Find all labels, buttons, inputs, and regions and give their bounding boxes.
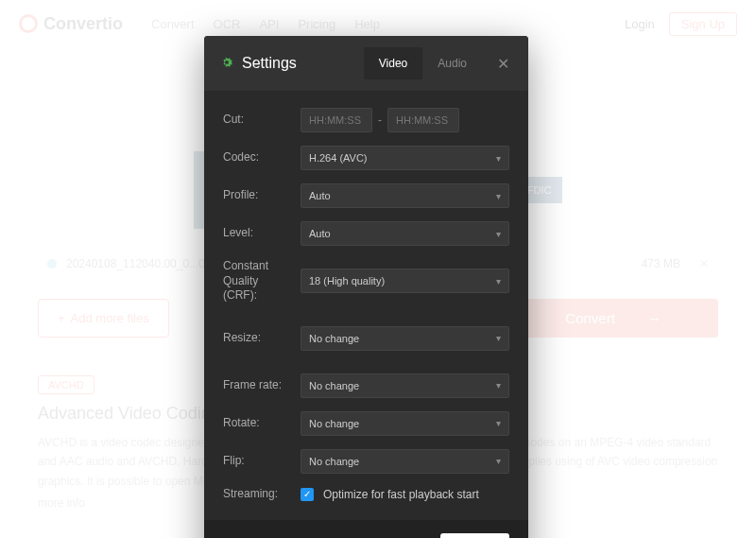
flip-value: No change <box>309 456 359 467</box>
crf-select[interactable]: 18 (High quality) ▾ <box>301 269 509 293</box>
crf-value: 18 (High quality) <box>309 275 385 286</box>
modal-title: Settings <box>242 55 297 72</box>
codec-select[interactable]: H.264 (AVC) ▾ <box>301 146 509 170</box>
level-row: Level: Auto ▾ <box>223 221 509 246</box>
flip-label: Flip: <box>223 454 291 469</box>
cut-label: Cut: <box>223 113 291 128</box>
chevron-down-icon: ▾ <box>496 380 501 390</box>
profile-value: Auto <box>309 190 331 201</box>
streaming-label: Streaming: <box>223 487 291 502</box>
framerate-label: Frame rate: <box>223 378 291 393</box>
chevron-down-icon: ▾ <box>496 153 501 164</box>
settings-modal: Settings Video Audio ✕ Cut: - Codec: H.2… <box>204 36 528 538</box>
crf-label: Constant Quality (CRF): <box>223 259 291 304</box>
modal-body: Cut: - Codec: H.264 (AVC) ▾ Profile: Aut… <box>204 91 528 520</box>
chevron-down-icon: ▾ <box>496 333 501 343</box>
chevron-down-icon: ▾ <box>496 229 501 239</box>
cut-separator: - <box>378 113 382 127</box>
streaming-checkbox[interactable]: ✓ <box>301 488 314 501</box>
close-icon[interactable]: ✕ <box>493 55 513 73</box>
modal-header: Settings Video Audio ✕ <box>204 36 528 91</box>
framerate-row: Frame rate: No change ▾ <box>223 373 509 398</box>
framerate-select[interactable]: No change ▾ <box>301 373 509 398</box>
tab-video[interactable]: Video <box>364 47 422 79</box>
modal-tabs: Video Audio <box>364 47 482 79</box>
resize-select[interactable]: No change ▾ <box>301 326 509 351</box>
cut-start-input[interactable] <box>301 108 372 132</box>
rotate-select[interactable]: No change ▾ <box>301 411 509 436</box>
profile-label: Profile: <box>223 188 291 203</box>
streaming-row: Streaming: ✓ Optimize for fast playback … <box>223 487 509 502</box>
resize-value: No change <box>309 333 359 344</box>
rotate-row: Rotate: No change ▾ <box>223 411 509 436</box>
chevron-down-icon: ▾ <box>496 191 501 201</box>
chevron-down-icon: ▾ <box>496 276 501 286</box>
profile-select[interactable]: Auto ▾ <box>301 183 509 208</box>
modal-footer: Apply to all conversions Ok <box>204 520 528 538</box>
gear-icon <box>219 55 234 73</box>
rotate-value: No change <box>309 418 359 429</box>
rotate-label: Rotate: <box>223 416 291 431</box>
flip-row: Flip: No change ▾ <box>223 449 509 474</box>
ok-button[interactable]: Ok <box>440 533 509 538</box>
profile-row: Profile: Auto ▾ <box>223 183 509 208</box>
cut-end-input[interactable] <box>387 108 459 132</box>
codec-value: H.264 (AVC) <box>309 152 368 164</box>
codec-label: Codec: <box>223 150 291 165</box>
flip-select[interactable]: No change ▾ <box>301 449 509 474</box>
cut-row: Cut: - <box>223 108 509 132</box>
resize-label: Resize: <box>223 331 291 346</box>
framerate-value: No change <box>309 380 359 391</box>
chevron-down-icon: ▾ <box>496 418 501 428</box>
chevron-down-icon: ▾ <box>496 456 501 466</box>
resize-row: Resize: No change ▾ <box>223 326 509 351</box>
level-value: Auto <box>309 228 331 239</box>
level-select[interactable]: Auto ▾ <box>301 221 509 246</box>
tab-audio[interactable]: Audio <box>422 47 482 79</box>
crf-row: Constant Quality (CRF): 18 (High quality… <box>223 259 509 304</box>
level-label: Level: <box>223 226 291 241</box>
codec-row: Codec: H.264 (AVC) ▾ <box>223 146 509 170</box>
streaming-option-label: Optimize for fast playback start <box>323 488 479 501</box>
